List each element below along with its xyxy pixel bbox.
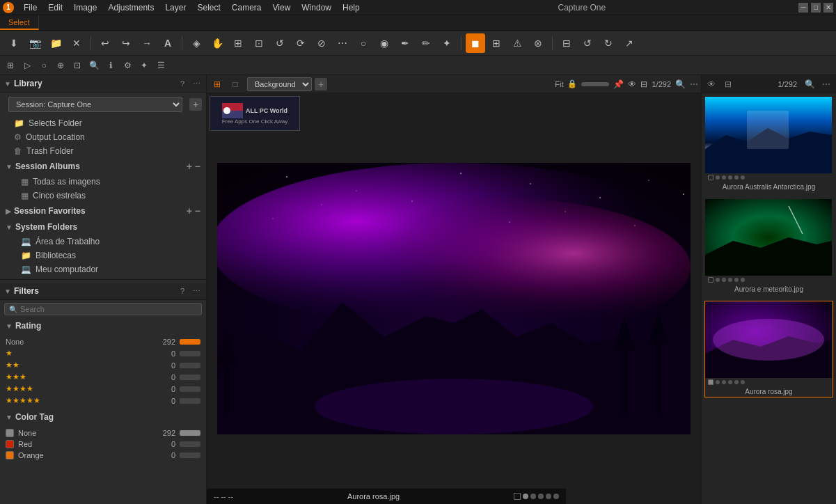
zoom-slider[interactable] — [581, 82, 609, 86]
filters-more-icon[interactable]: ⋯ — [191, 285, 202, 297]
thumb1-checkbox[interactable] — [708, 175, 713, 180]
fit-icon[interactable]: 🔒 — [567, 79, 577, 88]
search2-icon[interactable]: 🔍 — [86, 58, 102, 73]
tab-select[interactable]: Select — [0, 15, 39, 30]
color-tag-header[interactable]: ▼ Color Tag — [0, 409, 206, 425]
adjust-icon[interactable]: ⊟ — [640, 79, 647, 89]
dot4[interactable] — [546, 494, 551, 499]
play-icon[interactable]: ▷ — [19, 58, 35, 73]
close-button[interactable]: ✕ — [823, 3, 833, 13]
thumb2-checkbox[interactable] — [708, 277, 713, 283]
refresh-button[interactable]: ↺ — [578, 33, 597, 53]
menu-adjustments[interactable]: Adjustments — [102, 1, 159, 14]
filters-help-icon[interactable]: ? — [177, 285, 188, 297]
minimize-button[interactable]: ─ — [798, 3, 808, 13]
thumbnail-item-1[interactable]: Aurora Australis Antarctica.jpg — [704, 96, 833, 193]
thumbnail-item-2[interactable]: Aurora e meteorito.jpg — [704, 198, 833, 295]
menu-view[interactable]: View — [267, 1, 297, 14]
loupe-button[interactable]: ⊛ — [528, 33, 548, 53]
rt-search-icon[interactable]: 🔍 — [803, 77, 817, 91]
open-button[interactable]: 📁 — [46, 33, 65, 53]
cursor-button[interactable]: ◈ — [187, 33, 206, 53]
filter-search-input[interactable] — [20, 305, 197, 313]
mask-button[interactable]: ⊘ — [312, 33, 331, 53]
single-view-button[interactable]: □ — [228, 77, 243, 92]
system-folders-header[interactable]: ▼ System Folders — [0, 219, 206, 235]
cinco-estrelas-item[interactable]: ▦ Cinco estrelas — [0, 189, 206, 203]
session-albums-header[interactable]: ▼ Session Albums + − — [0, 158, 206, 175]
warning-button[interactable]: ⚠ — [507, 33, 527, 53]
menu-select[interactable]: Select — [191, 1, 226, 14]
preview-area[interactable]: ALL PC World Free Apps One Click Away — [207, 93, 701, 504]
star-icon[interactable]: ✦ — [136, 58, 152, 73]
library-header[interactable]: ▼ Library ? ⋯ — [0, 75, 206, 93]
main-preview[interactable] — [217, 163, 691, 434]
menu-file[interactable]: File — [18, 1, 42, 14]
square-icon[interactable]: ⊡ — [70, 58, 85, 73]
dot1[interactable] — [523, 494, 528, 499]
rt-eye-icon[interactable]: 👁 — [704, 77, 718, 91]
ad-banner[interactable]: ALL PC World Free Apps One Click Away — [210, 96, 300, 131]
layout-btn1[interactable]: ⊟ — [557, 33, 576, 53]
text-button[interactable]: A — [158, 33, 178, 53]
thumbnail-item-3[interactable]: Aurora rosa.jpg — [704, 301, 833, 397]
more-button[interactable]: ⋯ — [333, 33, 352, 53]
forward-button[interactable]: → — [137, 33, 157, 53]
area-trabalho-item[interactable]: 💻 Área de Trabalho — [0, 235, 206, 249]
menu-camera[interactable]: Camera — [226, 1, 267, 14]
restore-button[interactable]: □ — [811, 3, 821, 13]
counter-more-icon[interactable]: ⋯ — [690, 79, 698, 89]
menu-icon[interactable]: ☰ — [153, 58, 168, 73]
output-location-item[interactable]: ⚙ Output Location — [0, 130, 206, 144]
favorites-add-icon[interactable]: + — [187, 205, 192, 216]
albums-sub-icon[interactable]: − — [195, 161, 200, 172]
import-button[interactable]: ⬇ — [4, 33, 24, 53]
undo-button[interactable]: ↩ — [95, 33, 115, 53]
tab-add-button[interactable]: + — [315, 78, 327, 90]
pin-icon[interactable]: 📌 — [613, 79, 624, 89]
session-favorites-header[interactable]: ▶ Session Favorites + − — [0, 203, 206, 219]
counter-search-icon[interactable]: 🔍 — [675, 79, 686, 89]
session-select[interactable]: Session: Capture One — [8, 97, 182, 112]
library-more-icon[interactable]: ⋯ — [191, 78, 202, 89]
background-select[interactable]: Background — [247, 77, 312, 91]
favorites-sub-icon[interactable]: − — [195, 205, 200, 216]
filters-header[interactable]: ▼ Filters ? ⋯ — [0, 283, 206, 300]
thumb3-checkbox[interactable] — [708, 379, 713, 385]
exposure-button[interactable]: ◼ — [466, 33, 485, 53]
dot5[interactable] — [553, 494, 559, 499]
session-add-button[interactable]: + — [189, 98, 202, 111]
meu-computador-item[interactable]: 💻 Meu computador — [0, 262, 206, 276]
menu-help[interactable]: Help — [337, 1, 365, 14]
select-lasso-button[interactable]: ⊡ — [249, 33, 269, 53]
todas-imagens-item[interactable]: ▦ Todas as imagens — [0, 175, 206, 189]
camera-button[interactable]: 📷 — [25, 33, 45, 53]
spot-button[interactable]: ◉ — [374, 33, 394, 53]
dot3[interactable] — [538, 494, 544, 499]
eyedrop-button[interactable]: ✦ — [437, 33, 457, 53]
grid-icon[interactable]: ⊞ — [3, 58, 18, 73]
eye-icon[interactable]: 👁 — [628, 79, 636, 89]
selects-folder-item[interactable]: 📁 Selects Folder — [0, 116, 206, 130]
grid-view-button[interactable]: ⊞ — [210, 77, 225, 92]
bibliotecas-item[interactable]: 📁 Bibliotecas — [0, 249, 206, 262]
prev-ctrl-box[interactable] — [514, 493, 521, 500]
rating-header[interactable]: ▼ Rating — [0, 318, 206, 333]
trash-folder-item[interactable]: 🗑 Trash Folder — [0, 144, 206, 158]
menu-layer[interactable]: Layer — [159, 1, 191, 14]
rt-more-icon[interactable]: ⋯ — [819, 77, 833, 91]
close-button2[interactable]: ✕ — [67, 33, 86, 53]
dot2[interactable] — [530, 494, 536, 499]
circle2-icon[interactable]: ○ — [36, 58, 52, 73]
redo-button[interactable]: ↪ — [116, 33, 136, 53]
rt-adjust-icon[interactable]: ⊟ — [721, 77, 735, 91]
albums-add-icon[interactable]: + — [187, 161, 192, 172]
circle-button[interactable]: ○ — [354, 33, 373, 53]
settings-icon[interactable]: ⚙ — [120, 58, 135, 73]
menu-image[interactable]: Image — [68, 1, 102, 14]
pencil-button[interactable]: ✏ — [416, 33, 436, 53]
library-help-icon[interactable]: ? — [177, 78, 188, 89]
gradient-button[interactable]: ⊞ — [487, 33, 506, 53]
select-rect-button[interactable]: ⊞ — [228, 33, 248, 53]
pan-button[interactable]: ✋ — [207, 33, 227, 53]
